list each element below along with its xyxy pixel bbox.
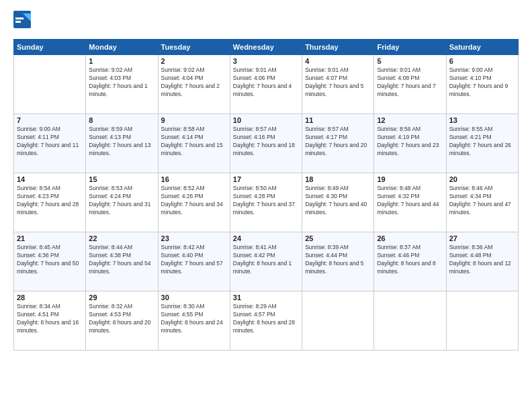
- day-detail: Sunrise: 8:56 AMSunset: 4:19 PMDaylight:…: [377, 126, 443, 158]
- day-detail: Sunrise: 9:02 AMSunset: 4:03 PMDaylight:…: [89, 66, 154, 99]
- calendar-table: SundayMondayTuesdayWednesdayThursdayFrid…: [13, 39, 519, 351]
- calendar-cell: 8Sunrise: 8:59 AMSunset: 4:13 PMDaylight…: [86, 114, 158, 173]
- day-number: 21: [17, 234, 83, 242]
- day-number: 12: [377, 116, 443, 124]
- calendar-week-3: 14Sunrise: 8:54 AMSunset: 4:23 PMDayligh…: [14, 173, 519, 232]
- calendar-cell: 25Sunrise: 8:39 AMSunset: 4:44 PMDayligh…: [302, 232, 374, 291]
- col-header-saturday: Saturday: [446, 40, 518, 55]
- day-number: 19: [377, 175, 443, 183]
- day-detail: Sunrise: 8:39 AMSunset: 4:44 PMDaylight:…: [305, 244, 371, 276]
- header: [13, 11, 519, 32]
- day-detail: Sunrise: 8:45 AMSunset: 4:36 PMDaylight:…: [17, 244, 83, 276]
- col-header-tuesday: Tuesday: [158, 40, 230, 55]
- calendar-cell: 28Sunrise: 8:34 AMSunset: 4:51 PMDayligh…: [14, 291, 86, 351]
- day-detail: Sunrise: 8:55 AMSunset: 4:21 PMDaylight:…: [449, 126, 515, 158]
- calendar-cell: 3Sunrise: 9:01 AMSunset: 4:06 PMDaylight…: [230, 55, 302, 114]
- calendar-cell: [446, 291, 518, 351]
- calendar-header-row: SundayMondayTuesdayWednesdayThursdayFrid…: [14, 40, 519, 55]
- calendar-cell: 5Sunrise: 9:01 AMSunset: 4:08 PMDaylight…: [374, 55, 446, 114]
- day-detail: Sunrise: 8:49 AMSunset: 4:30 PMDaylight:…: [305, 185, 371, 217]
- calendar-cell: 26Sunrise: 8:37 AMSunset: 4:46 PMDayligh…: [374, 232, 446, 291]
- logo-icon: [13, 11, 32, 32]
- day-number: 13: [449, 116, 515, 124]
- day-number: 31: [233, 293, 299, 302]
- calendar-cell: 11Sunrise: 8:57 AMSunset: 4:17 PMDayligh…: [302, 114, 374, 173]
- col-header-sunday: Sunday: [14, 40, 86, 55]
- calendar-cell: 21Sunrise: 8:45 AMSunset: 4:36 PMDayligh…: [14, 232, 86, 291]
- calendar-cell: 13Sunrise: 8:55 AMSunset: 4:21 PMDayligh…: [446, 114, 518, 173]
- day-number: 2: [161, 57, 227, 65]
- calendar-cell: 27Sunrise: 8:36 AMSunset: 4:48 PMDayligh…: [446, 232, 518, 291]
- col-header-monday: Monday: [86, 40, 158, 55]
- day-detail: Sunrise: 8:42 AMSunset: 4:40 PMDaylight:…: [161, 244, 227, 276]
- calendar-cell: 7Sunrise: 9:00 AMSunset: 4:11 PMDaylight…: [14, 114, 86, 173]
- calendar-week-1: 1Sunrise: 9:02 AMSunset: 4:03 PMDaylight…: [14, 55, 519, 114]
- day-number: 3: [233, 57, 299, 65]
- day-detail: Sunrise: 9:02 AMSunset: 4:04 PMDaylight:…: [161, 66, 227, 99]
- day-detail: Sunrise: 8:57 AMSunset: 4:16 PMDaylight:…: [233, 126, 299, 158]
- calendar-cell: 30Sunrise: 8:30 AMSunset: 4:55 PMDayligh…: [158, 291, 230, 351]
- day-detail: Sunrise: 8:58 AMSunset: 4:14 PMDaylight:…: [161, 126, 227, 158]
- calendar-cell: [302, 291, 374, 351]
- day-detail: Sunrise: 9:01 AMSunset: 4:08 PMDaylight:…: [377, 66, 443, 99]
- calendar-week-4: 21Sunrise: 8:45 AMSunset: 4:36 PMDayligh…: [14, 232, 519, 291]
- calendar-cell: 24Sunrise: 8:41 AMSunset: 4:42 PMDayligh…: [230, 232, 302, 291]
- day-number: 30: [161, 293, 227, 302]
- day-detail: Sunrise: 8:36 AMSunset: 4:48 PMDaylight:…: [449, 244, 515, 276]
- day-detail: Sunrise: 8:44 AMSunset: 4:38 PMDaylight:…: [89, 244, 154, 276]
- calendar-cell: 9Sunrise: 8:58 AMSunset: 4:14 PMDaylight…: [158, 114, 230, 173]
- calendar-cell: 23Sunrise: 8:42 AMSunset: 4:40 PMDayligh…: [158, 232, 230, 291]
- col-header-friday: Friday: [374, 40, 446, 55]
- calendar-cell: [14, 55, 86, 114]
- day-detail: Sunrise: 8:54 AMSunset: 4:23 PMDaylight:…: [17, 185, 83, 217]
- day-number: 24: [233, 234, 299, 242]
- calendar-cell: 17Sunrise: 8:50 AMSunset: 4:28 PMDayligh…: [230, 173, 302, 232]
- calendar-cell: 14Sunrise: 8:54 AMSunset: 4:23 PMDayligh…: [14, 173, 86, 232]
- calendar-cell: 19Sunrise: 8:48 AMSunset: 4:32 PMDayligh…: [374, 173, 446, 232]
- day-number: 6: [449, 57, 515, 65]
- day-detail: Sunrise: 8:48 AMSunset: 4:32 PMDaylight:…: [377, 185, 443, 217]
- day-detail: Sunrise: 8:37 AMSunset: 4:46 PMDaylight:…: [377, 244, 443, 276]
- day-detail: Sunrise: 8:46 AMSunset: 4:34 PMDaylight:…: [449, 185, 515, 217]
- logo: [13, 11, 32, 32]
- day-number: 4: [305, 57, 371, 65]
- day-number: 10: [233, 116, 299, 124]
- calendar-week-2: 7Sunrise: 9:00 AMSunset: 4:11 PMDaylight…: [14, 114, 519, 173]
- day-number: 5: [377, 57, 443, 65]
- day-detail: Sunrise: 8:53 AMSunset: 4:24 PMDaylight:…: [89, 185, 154, 217]
- day-number: 22: [89, 234, 154, 242]
- day-number: 23: [161, 234, 227, 242]
- calendar-cell: 20Sunrise: 8:46 AMSunset: 4:34 PMDayligh…: [446, 173, 518, 232]
- day-number: 26: [377, 234, 443, 242]
- day-number: 25: [305, 234, 371, 242]
- day-detail: Sunrise: 8:34 AMSunset: 4:51 PMDaylight:…: [17, 303, 83, 335]
- day-detail: Sunrise: 9:00 AMSunset: 4:10 PMDaylight:…: [449, 66, 515, 99]
- calendar-cell: 10Sunrise: 8:57 AMSunset: 4:16 PMDayligh…: [230, 114, 302, 173]
- day-number: 15: [89, 175, 154, 183]
- day-detail: Sunrise: 8:30 AMSunset: 4:55 PMDaylight:…: [161, 303, 227, 335]
- day-detail: Sunrise: 8:57 AMSunset: 4:17 PMDaylight:…: [305, 126, 371, 158]
- day-number: 18: [305, 175, 371, 183]
- day-number: 9: [161, 116, 227, 124]
- day-detail: Sunrise: 8:59 AMSunset: 4:13 PMDaylight:…: [89, 126, 154, 158]
- calendar-cell: [374, 291, 446, 351]
- col-header-wednesday: Wednesday: [230, 40, 302, 55]
- calendar-cell: 16Sunrise: 8:52 AMSunset: 4:26 PMDayligh…: [158, 173, 230, 232]
- day-detail: Sunrise: 8:50 AMSunset: 4:28 PMDaylight:…: [233, 185, 299, 217]
- day-number: 20: [449, 175, 515, 183]
- calendar-cell: 31Sunrise: 8:29 AMSunset: 4:57 PMDayligh…: [230, 291, 302, 351]
- day-detail: Sunrise: 9:01 AMSunset: 4:07 PMDaylight:…: [305, 66, 371, 99]
- day-detail: Sunrise: 8:32 AMSunset: 4:53 PMDaylight:…: [89, 303, 154, 335]
- page: SundayMondayTuesdayWednesdayThursdayFrid…: [0, 0, 532, 411]
- day-number: 14: [17, 175, 83, 183]
- day-number: 28: [17, 293, 83, 302]
- svg-rect-2: [15, 17, 24, 19]
- day-detail: Sunrise: 8:41 AMSunset: 4:42 PMDaylight:…: [233, 244, 299, 276]
- day-detail: Sunrise: 8:52 AMSunset: 4:26 PMDaylight:…: [161, 185, 227, 217]
- day-number: 27: [449, 234, 515, 242]
- day-number: 29: [89, 293, 154, 302]
- calendar-cell: 18Sunrise: 8:49 AMSunset: 4:30 PMDayligh…: [302, 173, 374, 232]
- day-number: 1: [89, 57, 154, 65]
- day-number: 17: [233, 175, 299, 183]
- day-number: 7: [17, 116, 83, 124]
